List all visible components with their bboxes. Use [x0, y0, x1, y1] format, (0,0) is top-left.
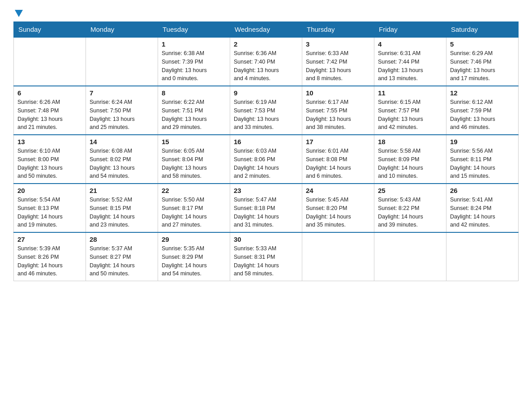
day-info: Sunrise: 6:10 AM Sunset: 8:00 PM Dayligh… — [17, 147, 82, 180]
day-number: 4 — [378, 40, 442, 48]
calendar-cell: 21Sunrise: 5:52 AM Sunset: 8:15 PM Dayli… — [86, 184, 158, 232]
day-info: Sunrise: 6:22 AM Sunset: 7:51 PM Dayligh… — [162, 98, 226, 132]
column-header-wednesday: Wednesday — [230, 22, 302, 38]
day-info: Sunrise: 5:37 AM Sunset: 8:27 PM Dayligh… — [90, 244, 154, 278]
day-number: 30 — [234, 235, 298, 243]
calendar-cell: 6Sunrise: 6:26 AM Sunset: 7:48 PM Daylig… — [14, 86, 86, 135]
day-number: 29 — [162, 235, 226, 243]
day-number: 25 — [378, 187, 442, 194]
day-info: Sunrise: 6:08 AM Sunset: 8:02 PM Dayligh… — [90, 147, 154, 180]
calendar-cell: 17Sunrise: 6:01 AM Sunset: 8:08 PM Dayli… — [302, 135, 374, 184]
calendar-cell: 22Sunrise: 5:50 AM Sunset: 8:17 PM Dayli… — [158, 184, 230, 232]
day-info: Sunrise: 6:33 AM Sunset: 7:42 PM Dayligh… — [306, 49, 370, 83]
day-info: Sunrise: 5:58 AM Sunset: 8:09 PM Dayligh… — [378, 147, 442, 180]
week-row-5: 27Sunrise: 5:39 AM Sunset: 8:26 PM Dayli… — [14, 232, 519, 281]
calendar-cell — [374, 232, 446, 281]
day-info: Sunrise: 6:05 AM Sunset: 8:04 PM Dayligh… — [162, 147, 226, 180]
calendar-cell: 28Sunrise: 5:37 AM Sunset: 8:27 PM Dayli… — [86, 232, 158, 281]
logo-general-text — [13, 9, 23, 17]
day-info: Sunrise: 6:17 AM Sunset: 7:55 PM Dayligh… — [306, 98, 370, 132]
day-number: 1 — [162, 40, 226, 48]
day-info: Sunrise: 5:41 AM Sunset: 8:24 PM Dayligh… — [450, 196, 515, 229]
day-info: Sunrise: 5:39 AM Sunset: 8:26 PM Dayligh… — [17, 244, 82, 278]
calendar-cell — [302, 232, 374, 281]
day-number: 22 — [162, 187, 226, 194]
week-row-4: 20Sunrise: 5:54 AM Sunset: 8:13 PM Dayli… — [14, 184, 519, 232]
day-number: 18 — [378, 138, 442, 146]
day-info: Sunrise: 6:36 AM Sunset: 7:40 PM Dayligh… — [234, 49, 298, 83]
day-number: 11 — [378, 89, 442, 97]
day-number: 5 — [450, 40, 515, 48]
day-info: Sunrise: 6:29 AM Sunset: 7:46 PM Dayligh… — [450, 49, 515, 83]
day-number: 8 — [162, 89, 226, 97]
day-info: Sunrise: 5:52 AM Sunset: 8:15 PM Dayligh… — [90, 196, 154, 229]
calendar-cell: 2Sunrise: 6:36 AM Sunset: 7:40 PM Daylig… — [230, 37, 302, 86]
day-number: 26 — [450, 187, 515, 194]
day-number: 27 — [17, 235, 82, 243]
calendar-cell: 15Sunrise: 6:05 AM Sunset: 8:04 PM Dayli… — [158, 135, 230, 184]
day-info: Sunrise: 6:15 AM Sunset: 7:57 PM Dayligh… — [378, 98, 442, 132]
day-info: Sunrise: 5:56 AM Sunset: 8:11 PM Dayligh… — [450, 147, 515, 180]
calendar-cell: 5Sunrise: 6:29 AM Sunset: 7:46 PM Daylig… — [446, 37, 519, 86]
day-number: 7 — [90, 89, 154, 97]
day-info: Sunrise: 6:26 AM Sunset: 7:48 PM Dayligh… — [17, 98, 82, 132]
calendar-cell: 16Sunrise: 6:03 AM Sunset: 8:06 PM Dayli… — [230, 135, 302, 184]
day-number: 2 — [234, 40, 298, 48]
calendar-cell: 23Sunrise: 5:47 AM Sunset: 8:18 PM Dayli… — [230, 184, 302, 232]
day-number: 20 — [17, 187, 82, 194]
calendar-cell: 4Sunrise: 6:31 AM Sunset: 7:44 PM Daylig… — [374, 37, 446, 86]
calendar-cell: 3Sunrise: 6:33 AM Sunset: 7:42 PM Daylig… — [302, 37, 374, 86]
column-header-sunday: Sunday — [14, 22, 86, 38]
calendar-cell: 19Sunrise: 5:56 AM Sunset: 8:11 PM Dayli… — [446, 135, 519, 184]
day-info: Sunrise: 6:24 AM Sunset: 7:50 PM Dayligh… — [90, 98, 154, 132]
logo-triangle-icon — [15, 10, 23, 17]
calendar-cell: 11Sunrise: 6:15 AM Sunset: 7:57 PM Dayli… — [374, 86, 446, 135]
day-number: 28 — [90, 235, 154, 243]
calendar-cell: 30Sunrise: 5:33 AM Sunset: 8:31 PM Dayli… — [230, 232, 302, 281]
day-number: 14 — [90, 138, 154, 146]
calendar-cell: 7Sunrise: 6:24 AM Sunset: 7:50 PM Daylig… — [86, 86, 158, 135]
column-header-monday: Monday — [86, 22, 158, 38]
calendar-cell: 26Sunrise: 5:41 AM Sunset: 8:24 PM Dayli… — [446, 184, 519, 232]
calendar-cell: 27Sunrise: 5:39 AM Sunset: 8:26 PM Dayli… — [14, 232, 86, 281]
day-info: Sunrise: 5:54 AM Sunset: 8:13 PM Dayligh… — [17, 196, 82, 229]
day-info: Sunrise: 6:01 AM Sunset: 8:08 PM Dayligh… — [306, 147, 370, 180]
calendar-cell: 12Sunrise: 6:12 AM Sunset: 7:59 PM Dayli… — [446, 86, 519, 135]
week-row-3: 13Sunrise: 6:10 AM Sunset: 8:00 PM Dayli… — [14, 135, 519, 184]
day-number: 13 — [17, 138, 82, 146]
day-info: Sunrise: 6:12 AM Sunset: 7:59 PM Dayligh… — [450, 98, 515, 132]
column-header-saturday: Saturday — [446, 22, 519, 38]
day-info: Sunrise: 5:33 AM Sunset: 8:31 PM Dayligh… — [234, 244, 298, 278]
day-info: Sunrise: 5:50 AM Sunset: 8:17 PM Dayligh… — [162, 196, 226, 229]
column-header-thursday: Thursday — [302, 22, 374, 38]
day-number: 6 — [17, 89, 82, 97]
day-number: 10 — [306, 89, 370, 97]
day-number: 3 — [306, 40, 370, 48]
day-info: Sunrise: 5:43 AM Sunset: 8:22 PM Dayligh… — [378, 196, 442, 229]
calendar-cell: 29Sunrise: 5:35 AM Sunset: 8:29 PM Dayli… — [158, 232, 230, 281]
day-info: Sunrise: 6:31 AM Sunset: 7:44 PM Dayligh… — [378, 49, 442, 83]
calendar-cell: 13Sunrise: 6:10 AM Sunset: 8:00 PM Dayli… — [14, 135, 86, 184]
day-info: Sunrise: 5:45 AM Sunset: 8:20 PM Dayligh… — [306, 196, 370, 229]
calendar-table: SundayMondayTuesdayWednesdayThursdayFrid… — [13, 21, 519, 281]
calendar-cell: 9Sunrise: 6:19 AM Sunset: 7:53 PM Daylig… — [230, 86, 302, 135]
calendar-cell: 1Sunrise: 6:38 AM Sunset: 7:39 PM Daylig… — [158, 37, 230, 86]
day-info: Sunrise: 5:47 AM Sunset: 8:18 PM Dayligh… — [234, 196, 298, 229]
week-row-1: 1Sunrise: 6:38 AM Sunset: 7:39 PM Daylig… — [14, 37, 519, 86]
calendar-cell: 24Sunrise: 5:45 AM Sunset: 8:20 PM Dayli… — [302, 184, 374, 232]
day-number: 17 — [306, 138, 370, 146]
day-number: 24 — [306, 187, 370, 194]
page-header — [13, 9, 519, 17]
logo — [13, 9, 23, 17]
day-info: Sunrise: 6:03 AM Sunset: 8:06 PM Dayligh… — [234, 147, 298, 180]
day-number: 23 — [234, 187, 298, 194]
calendar-cell: 18Sunrise: 5:58 AM Sunset: 8:09 PM Dayli… — [374, 135, 446, 184]
day-number: 16 — [234, 138, 298, 146]
calendar-header-row: SundayMondayTuesdayWednesdayThursdayFrid… — [14, 22, 519, 38]
day-info: Sunrise: 6:38 AM Sunset: 7:39 PM Dayligh… — [162, 49, 226, 83]
day-info: Sunrise: 5:35 AM Sunset: 8:29 PM Dayligh… — [162, 244, 226, 278]
calendar-cell — [446, 232, 519, 281]
calendar-cell — [14, 37, 86, 86]
calendar-cell: 14Sunrise: 6:08 AM Sunset: 8:02 PM Dayli… — [86, 135, 158, 184]
calendar-cell: 8Sunrise: 6:22 AM Sunset: 7:51 PM Daylig… — [158, 86, 230, 135]
